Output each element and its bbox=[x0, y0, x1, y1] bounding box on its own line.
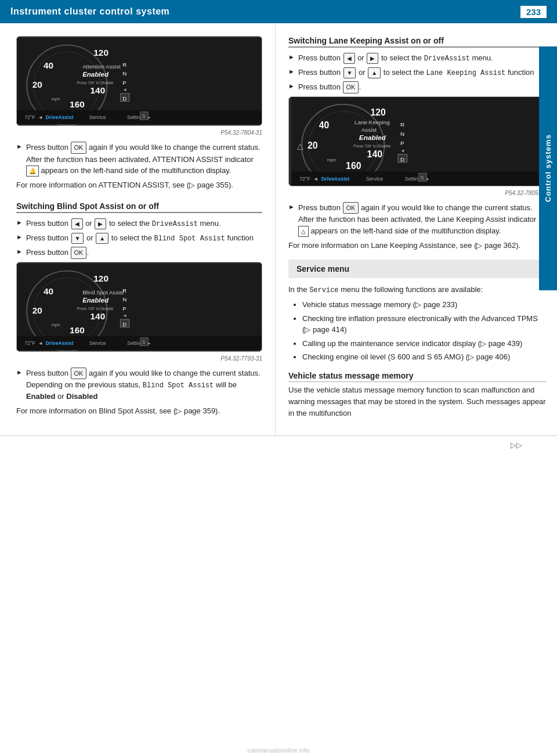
header-title: Instrument cluster control system bbox=[10, 6, 169, 17]
svg-text:160: 160 bbox=[70, 99, 85, 109]
lane-bullet-1: ► Press button ◀ or ▶ to select the Driv… bbox=[288, 52, 547, 64]
ok-button-label-1: OK bbox=[71, 142, 87, 154]
vehicle-status-heading: Vehicle status message memory bbox=[288, 371, 547, 382]
svg-text:◄: ◄ bbox=[38, 114, 43, 120]
svg-text:mph: mph bbox=[51, 96, 60, 102]
lane-more: For more information on Lane Keeping Ass… bbox=[288, 240, 547, 251]
list-item: Checking tire inflation pressure electro… bbox=[302, 313, 547, 336]
blind-bullet-1: ► Press button ◀ or ▶ to select the Driv… bbox=[16, 218, 262, 229]
cluster2-caption: P54.32-7793-31 bbox=[16, 355, 262, 362]
left-arrow-icon-1: ◀ bbox=[71, 218, 83, 229]
svg-text:Lane Keeping: Lane Keeping bbox=[355, 119, 390, 125]
right-arrow-icon-1: ▶ bbox=[95, 218, 106, 229]
svg-text:72°F: 72°F bbox=[299, 176, 310, 182]
ok-button-label-4: OK bbox=[343, 81, 359, 93]
svg-text:Attention Assist: Attention Assist bbox=[82, 63, 121, 70]
svg-text:140: 140 bbox=[367, 149, 383, 159]
svg-text:DriveAssist: DriveAssist bbox=[321, 176, 350, 182]
lane-ok-bullet: ► Press button OK again if you would lik… bbox=[288, 202, 547, 237]
left-column: 40 20 Attention Assist Enabled Press 'OK… bbox=[0, 23, 276, 435]
svg-text:R: R bbox=[122, 287, 126, 294]
svg-text:40: 40 bbox=[44, 286, 53, 296]
cluster-image-2: 40 20 Blind Spot Assist Enabled Press 'O… bbox=[16, 262, 262, 352]
svg-text:R: R bbox=[122, 62, 126, 68]
list-item: Calling up the maintenance service indic… bbox=[302, 338, 547, 350]
down-arrow-icon-2: ▼ bbox=[343, 67, 356, 78]
watermark: carmanualsonline.info bbox=[247, 747, 309, 754]
svg-text:140: 140 bbox=[91, 85, 106, 95]
svg-text:20: 20 bbox=[308, 140, 318, 150]
svg-text:D: D bbox=[122, 95, 126, 102]
svg-text:Service: Service bbox=[366, 176, 384, 182]
attention-assist-more: For more information on ATTENTION ASSIST… bbox=[16, 179, 262, 191]
svg-text:R: R bbox=[400, 121, 404, 128]
down-arrow-icon-1: ▼ bbox=[71, 233, 84, 244]
svg-text:Press 'OK' to Disable: Press 'OK' to Disable bbox=[77, 306, 114, 310]
cluster3-caption: P54.32-7805-31 bbox=[288, 190, 547, 196]
list-item: Vehicle status message memory (▷ page 23… bbox=[302, 299, 547, 311]
svg-text:Enabled: Enabled bbox=[359, 134, 386, 142]
up-arrow-icon-2: ▲ bbox=[368, 67, 381, 78]
cluster-image-3: 40 20 Lane Keeping Assist Enabled Press … bbox=[288, 96, 547, 186]
service-menu-list: Vehicle status message memory (▷ page 23… bbox=[293, 299, 547, 363]
attention-assist-ok-bullet: ► Press button OK again if you would lik… bbox=[16, 142, 262, 177]
svg-text:N: N bbox=[122, 70, 126, 77]
svg-text:D: D bbox=[400, 156, 404, 162]
blind-more: For more information on Blind Spot Assis… bbox=[16, 405, 262, 417]
up-arrow-icon-1: ▲ bbox=[96, 233, 108, 244]
right-column: Switching Lane Keeping Assist on or off … bbox=[276, 23, 557, 435]
attention-assist-ok-text: Press button OK again if you would like … bbox=[26, 142, 262, 177]
bullet-arrow-1: ► bbox=[16, 143, 23, 150]
svg-text:Enabled: Enabled bbox=[82, 71, 109, 78]
page-number: 233 bbox=[520, 6, 547, 18]
page-bottom-arrow: ▷▷ bbox=[0, 435, 557, 454]
svg-text:Service: Service bbox=[89, 340, 106, 346]
svg-text:Assist: Assist bbox=[361, 127, 377, 133]
svg-text:160: 160 bbox=[70, 325, 85, 335]
svg-text:mph: mph bbox=[51, 322, 60, 327]
right-arrow-icon-2: ▶ bbox=[367, 53, 378, 64]
blind-bullet-2: ► Press button ▼ or ▲ to select the Blin… bbox=[16, 232, 262, 244]
svg-text:P: P bbox=[122, 80, 126, 86]
lane-bullet-3: ► Press button OK. bbox=[288, 81, 547, 93]
svg-text:DriveAssist: DriveAssist bbox=[46, 340, 74, 346]
svg-text:40: 40 bbox=[44, 60, 53, 70]
svg-text:S: S bbox=[142, 339, 146, 345]
svg-text:S: S bbox=[142, 113, 146, 119]
svg-text:40: 40 bbox=[319, 120, 330, 130]
left-arrow-icon-2: ◀ bbox=[343, 53, 355, 64]
svg-text:120: 120 bbox=[371, 107, 386, 117]
service-menu-title: Service menu bbox=[296, 264, 349, 273]
list-item: Checking engine oil level (S 600 and S 6… bbox=[302, 351, 547, 363]
vehicle-status-text: Use the vehicle status message memory fu… bbox=[288, 384, 547, 419]
lane-bullet-2: ► Press button ▼ or ▲ to select the Lane… bbox=[288, 67, 547, 78]
svg-text:20: 20 bbox=[32, 80, 42, 89]
svg-text:◄: ◄ bbox=[122, 87, 127, 92]
svg-text:△: △ bbox=[297, 141, 303, 150]
service-menu-intro: In the Service menu the following functi… bbox=[288, 284, 547, 296]
svg-text:140: 140 bbox=[91, 311, 106, 321]
svg-text:S: S bbox=[420, 175, 424, 181]
ok-button-label-2: OK bbox=[71, 247, 87, 259]
side-tab: Control systems bbox=[539, 46, 557, 290]
svg-text:◄: ◄ bbox=[400, 147, 405, 153]
svg-text:P: P bbox=[122, 305, 126, 311]
svg-text:P: P bbox=[400, 139, 404, 146]
service-menu-box: Service menu bbox=[288, 260, 547, 278]
ok-button-label-5: OK bbox=[343, 202, 359, 214]
svg-text:◄: ◄ bbox=[122, 313, 127, 318]
svg-text:120: 120 bbox=[93, 48, 108, 57]
blind-spot-heading: Switching Blind Spot Assist on or off bbox=[16, 201, 262, 213]
svg-text:mph: mph bbox=[327, 157, 336, 162]
svg-text:160: 160 bbox=[346, 161, 361, 171]
svg-text:72°F: 72°F bbox=[24, 340, 35, 346]
lane-indicator-icon: △ bbox=[298, 226, 309, 237]
svg-text:◄: ◄ bbox=[38, 340, 43, 346]
svg-text:Press 'OK' to Disable: Press 'OK' to Disable bbox=[353, 143, 391, 147]
svg-text:72°F: 72°F bbox=[24, 114, 35, 120]
svg-text:N: N bbox=[122, 296, 126, 303]
ok-button-label-3: OK bbox=[71, 368, 87, 380]
svg-text:120: 120 bbox=[93, 273, 108, 283]
lane-keeping-heading: Switching Lane Keeping Assist on or off bbox=[288, 36, 547, 48]
cluster1-caption: P54.32-7804-31 bbox=[16, 129, 262, 136]
